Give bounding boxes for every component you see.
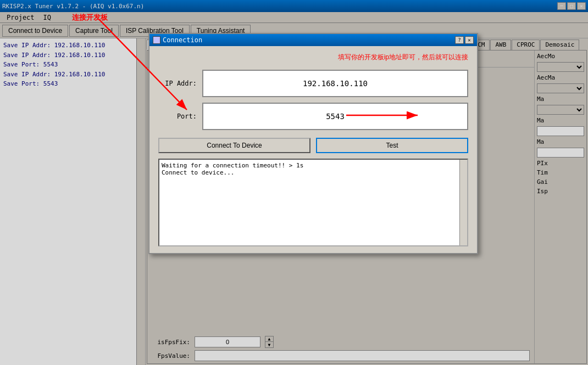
modal-title-left: Connection — [153, 36, 202, 44]
modal-body: 填写你的开发板ip地址即可，然后就可以连接 IP Addr: 192.168.1… — [149, 46, 477, 253]
connection-dialog: Connection ? ✕ 填写你的开发板ip地址即可，然后就可以连接 IP … — [148, 33, 478, 254]
port-field: Port: 5543 — [158, 103, 468, 130]
connection-icon — [153, 36, 160, 44]
annotation-label: 连接开发板 — [72, 13, 108, 23]
port-value: 5543 — [326, 112, 345, 121]
modal-log-scrollbar[interactable] — [459, 160, 467, 245]
ip-label: IP Addr: — [158, 80, 197, 87]
log-line-modal-2: Connect to device... — [162, 169, 465, 176]
connect-to-device-modal-button[interactable]: Connect To Device — [158, 138, 310, 153]
modal-close-button[interactable]: ✕ — [465, 36, 474, 44]
modal-overlay: Connection ? ✕ 填写你的开发板ip地址即可，然后就可以连接 IP … — [0, 0, 588, 365]
port-input-display[interactable]: 5543 — [202, 103, 468, 130]
modal-buttons-row: Connect To Device Test — [158, 138, 468, 153]
modal-title-buttons: ? ✕ — [455, 36, 474, 44]
ip-field: IP Addr: 192.168.10.110 — [158, 70, 468, 97]
test-modal-button[interactable]: Test — [316, 138, 468, 153]
ip-input-display[interactable]: 192.168.10.110 — [202, 70, 468, 97]
modal-log: Waiting for a connection timeout!! > 1s … — [158, 159, 468, 246]
modal-title-bar: Connection ? ✕ — [149, 34, 477, 46]
modal-help-button[interactable]: ? — [455, 36, 464, 44]
modal-hint: 填写你的开发板ip地址即可，然后就可以连接 — [158, 53, 468, 62]
log-line-modal-1: Waiting for a connection timeout!! > 1s — [162, 162, 465, 169]
modal-title-text: Connection — [163, 36, 202, 44]
port-label: Port: — [158, 113, 197, 120]
ip-value: 192.168.10.110 — [303, 79, 368, 88]
